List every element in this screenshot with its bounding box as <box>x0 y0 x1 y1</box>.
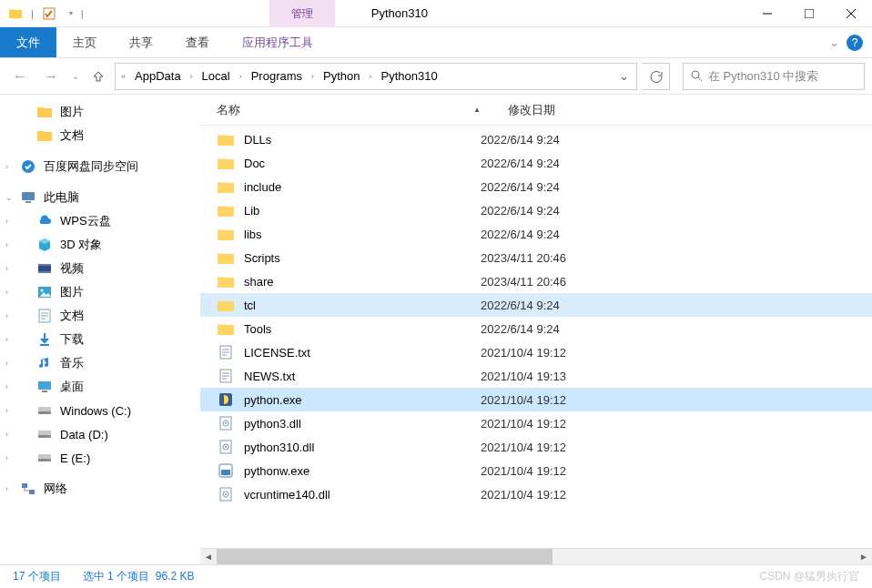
qat-dropdown-icon[interactable]: ▾ <box>65 3 77 25</box>
properties-icon[interactable] <box>37 3 61 25</box>
sidebar-item[interactable]: › 桌面 <box>0 375 200 399</box>
file-row[interactable]: Scripts 2023/4/11 20:46 <box>200 246 872 269</box>
help-icon[interactable]: ? <box>847 35 863 51</box>
search-placeholder: 在 Python310 中搜索 <box>708 68 818 85</box>
expand-icon[interactable]: › <box>5 162 8 171</box>
sidebar-item-thispc[interactable]: ⌄ 此电脑 <box>0 186 200 209</box>
back-button[interactable]: ← <box>7 64 33 89</box>
svg-line-6 <box>698 77 702 81</box>
expand-icon[interactable]: › <box>5 406 8 415</box>
scrollbar-thumb[interactable] <box>217 549 553 564</box>
search-input[interactable]: 在 Python310 中搜索 <box>683 63 865 90</box>
maximize-button[interactable] <box>788 0 830 27</box>
file-row[interactable]: vcruntime140.dll 2021/10/4 19:12 <box>200 482 872 506</box>
chevron-right-icon[interactable]: › <box>309 72 316 81</box>
breadcrumb-local[interactable]: Local <box>197 66 236 86</box>
address-bar[interactable]: « AppData › Local › Programs › Python › … <box>115 63 637 90</box>
chevron-right-icon[interactable]: › <box>188 72 195 81</box>
file-row[interactable]: python310.dll 2021/10/4 19:12 <box>200 435 872 459</box>
file-row[interactable]: Tools 2022/6/14 9:24 <box>200 317 872 340</box>
expand-icon[interactable]: › <box>5 453 8 462</box>
breadcrumb-appdata[interactable]: AppData <box>129 66 187 86</box>
file-row[interactable]: pythonw.exe 2021/10/4 19:12 <box>200 459 872 482</box>
sidebar-item[interactable]: › E (E:) <box>0 446 200 470</box>
file-row[interactable]: include 2022/6/14 9:24 <box>200 175 872 198</box>
svg-point-30 <box>48 460 50 461</box>
ribbon-file-tab[interactable]: 文件 <box>0 27 56 57</box>
expand-icon[interactable]: › <box>5 484 8 493</box>
file-date: 2022/6/14 9:24 <box>481 133 560 147</box>
file-date: 2021/10/4 19:12 <box>481 464 566 478</box>
svg-point-52 <box>225 493 227 495</box>
disk-icon <box>36 426 53 442</box>
expand-icon[interactable]: › <box>5 288 8 297</box>
horizontal-scrollbar[interactable]: ◄ ► <box>200 548 872 564</box>
sidebar-item[interactable]: › 文档 <box>0 304 200 328</box>
minimize-button[interactable] <box>746 0 788 27</box>
breadcrumb-python310[interactable]: Python310 <box>376 66 443 86</box>
folder-icon <box>36 127 53 144</box>
sidebar-item-baidu[interactable]: › 百度网盘同步空间 <box>0 155 200 178</box>
ribbon-tab-app-tools[interactable]: 应用程序工具 <box>226 27 330 57</box>
svg-rect-8 <box>22 192 35 200</box>
folder-icon <box>217 201 235 219</box>
close-button[interactable] <box>830 0 872 27</box>
sidebar-item[interactable]: › 视频 <box>0 257 200 280</box>
file-row[interactable]: LICENSE.txt 2021/10/4 19:12 <box>200 340 872 364</box>
file-row[interactable]: python.exe 2021/10/4 19:12 <box>200 388 872 411</box>
file-row[interactable]: Lib 2022/6/14 9:24 <box>200 198 872 222</box>
recent-dropdown-icon[interactable]: ⌄ <box>69 64 82 89</box>
expand-icon[interactable]: › <box>5 240 8 249</box>
txt-icon <box>217 343 235 361</box>
file-row[interactable]: python3.dll 2021/10/4 19:12 <box>200 411 872 435</box>
file-date: 2023/4/11 20:46 <box>481 251 566 265</box>
expand-icon[interactable]: › <box>5 264 8 273</box>
address-dropdown-icon[interactable]: ⌄ <box>614 69 633 83</box>
file-row[interactable]: DLLs 2022/6/14 9:24 <box>200 127 872 151</box>
scroll-right-icon[interactable]: ► <box>856 549 872 564</box>
breadcrumb-python[interactable]: Python <box>318 66 365 86</box>
chevron-right-icon[interactable]: › <box>368 72 374 81</box>
chevron-right-icon[interactable]: › <box>238 72 244 81</box>
file-name: libs <box>244 228 262 241</box>
expand-icon[interactable]: › <box>5 359 8 368</box>
ribbon-tab-home[interactable]: 主页 <box>56 27 113 57</box>
file-list[interactable]: DLLs 2022/6/14 9:24 Doc 2022/6/14 9:24 i… <box>200 126 872 548</box>
sidebar-item[interactable]: › Data (D:) <box>0 422 200 446</box>
expand-icon[interactable]: › <box>5 311 8 320</box>
column-name[interactable]: 名称 ▲ <box>217 102 508 118</box>
forward-button[interactable]: → <box>38 64 64 89</box>
expand-icon[interactable]: › <box>5 430 8 439</box>
sidebar-item[interactable]: › Windows (C:) <box>0 399 200 422</box>
ribbon-tab-view[interactable]: 查看 <box>169 27 226 57</box>
sidebar-item-network[interactable]: › 网络 <box>0 477 200 501</box>
sidebar-item-label: Windows (C:) <box>60 404 131 418</box>
sidebar-item[interactable]: › 下载 <box>0 328 200 351</box>
sidebar-item[interactable]: › 图片 <box>0 280 200 304</box>
file-row[interactable]: share 2023/4/11 20:46 <box>200 269 872 293</box>
expand-icon[interactable]: › <box>5 217 8 226</box>
file-row[interactable]: Doc 2022/6/14 9:24 <box>200 151 872 175</box>
expand-icon[interactable]: › <box>5 382 8 391</box>
up-button[interactable] <box>87 66 109 87</box>
file-row[interactable]: libs 2022/6/14 9:24 <box>200 222 872 246</box>
ribbon-tab-share[interactable]: 共享 <box>113 27 169 57</box>
column-date[interactable]: 修改日期 <box>508 102 555 118</box>
sidebar-item[interactable]: › 音乐 <box>0 351 200 375</box>
breadcrumb-programs[interactable]: Programs <box>246 66 308 86</box>
refresh-button[interactable] <box>643 63 670 90</box>
svg-point-47 <box>225 446 227 448</box>
file-row[interactable]: tcl 2022/6/14 9:24 <box>200 293 872 317</box>
sidebar-item[interactable]: › 3D 对象 <box>0 233 200 257</box>
sidebar-item[interactable]: › WPS云盘 <box>0 209 200 233</box>
scroll-left-icon[interactable]: ◄ <box>200 549 217 564</box>
breadcrumb-root-icon[interactable]: « <box>119 72 127 81</box>
file-row[interactable]: NEWS.txt 2021/10/4 19:13 <box>200 364 872 388</box>
folder-icon[interactable] <box>4 3 27 25</box>
expand-icon[interactable]: › <box>5 335 8 344</box>
ribbon-expand-icon[interactable]: ⌄ <box>829 35 839 49</box>
sidebar-item-pictures[interactable]: 图片 <box>0 100 200 124</box>
sidebar-item-documents[interactable]: 文档 <box>0 124 200 147</box>
collapse-icon[interactable]: ⌄ <box>5 193 13 202</box>
ribbon-contextual-title: 管理 <box>269 0 335 27</box>
